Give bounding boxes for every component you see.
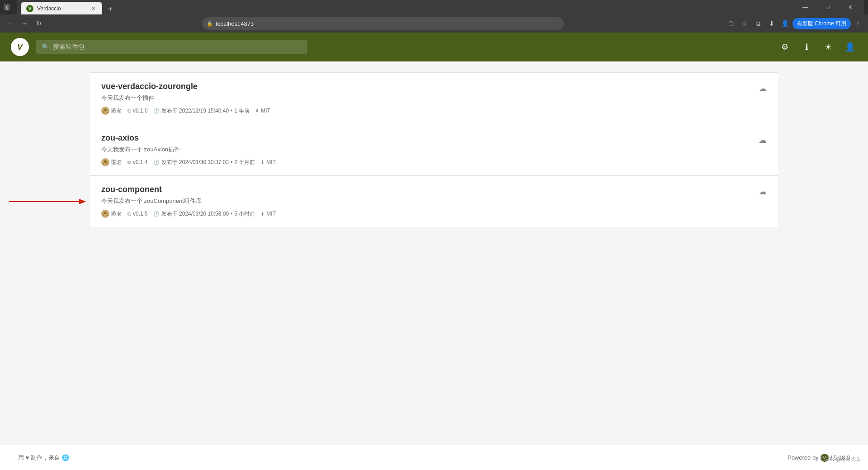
profile-button[interactable]: 👤 xyxy=(779,17,792,30)
bullet-1: • xyxy=(231,108,232,114)
app-header: V 🔍 搜索软件包 ⚙ ℹ ☀ 👤 xyxy=(0,33,868,61)
close-button[interactable]: ✕ xyxy=(840,0,861,15)
minimize-button[interactable]: — xyxy=(795,0,816,15)
search-bar[interactable]: 🔍 搜索软件包 xyxy=(36,40,307,54)
package-meta-2: 匿名 ⧉ v0.1.4 🕐 发布于 2024/01/30 10:37:03 • … xyxy=(101,158,759,166)
browser-tab-list-btn[interactable]: ❮ xyxy=(4,4,10,10)
footer-made-with: 用 ♥ 制作，来自 xyxy=(18,454,60,462)
footer-left: 用 ♥ 制作，来自 🌐 xyxy=(18,454,69,462)
package-info-3: zou-component 今天我发布一个 zouComponent组件库 匿名… xyxy=(101,185,759,218)
bullet-2: • xyxy=(231,159,232,165)
maximize-button[interactable]: □ xyxy=(817,0,838,15)
package-meta-1: 匿名 ⧉ v0.1.0 🕐 发布于 2022/12/19 15:40:40 • … xyxy=(101,107,759,115)
favicon-v: V xyxy=(28,6,31,11)
license-2: ⬇ MIT xyxy=(260,159,276,165)
menu-button[interactable]: ⋮ xyxy=(852,17,864,30)
author-avatar-1 xyxy=(101,107,109,115)
svg-marker-3 xyxy=(79,199,86,204)
new-tab-button[interactable]: + xyxy=(104,3,117,15)
back-button[interactable]: ← xyxy=(4,17,16,30)
version-icon-3: ⧉ xyxy=(127,211,131,217)
bullet-3: • xyxy=(231,211,232,217)
globe-icon: 🌐 xyxy=(62,454,69,461)
license-icon-2: ⬇ xyxy=(260,160,264,165)
package-desc-2: 今天我发布一个 zouAxion插件 xyxy=(101,146,759,154)
download-action-3[interactable]: ☁ xyxy=(759,187,767,197)
license-text-1: MIT xyxy=(261,108,270,114)
author-2: 匿名 xyxy=(101,158,122,166)
license-icon-1: ⬇ xyxy=(255,108,259,114)
tab-close-button[interactable]: ✕ xyxy=(90,5,97,12)
author-name-3: 匿名 xyxy=(111,210,122,218)
download-action-1[interactable]: ☁ xyxy=(759,84,767,94)
publish-text-3: 发布于 2024/03/20 10:58:00 xyxy=(161,210,229,218)
publish-date-1: 🕐 发布于 2022/12/19 15:40:40 • 1 年前 xyxy=(153,107,250,115)
license-icon-3: ⬇ xyxy=(260,211,264,217)
author-1: 匿名 xyxy=(101,107,122,115)
bookmark-button[interactable]: ☆ xyxy=(738,17,751,30)
verdaccio-logo[interactable]: V xyxy=(11,38,29,56)
version-2: ⧉ v0.1.4 xyxy=(127,159,148,165)
version-text-1: v0.1.0 xyxy=(133,108,148,114)
browser-tab[interactable]: V Verdaccio ✕ xyxy=(21,2,102,15)
tab-favicon: V xyxy=(26,5,33,12)
address-text: localhost:4873 xyxy=(216,20,254,27)
author-name-2: 匿名 xyxy=(111,159,122,166)
author-avatar-3 xyxy=(101,210,109,218)
package-desc-3: 今天我发布一个 zouComponent组件库 xyxy=(101,197,759,205)
tab-title: Verdaccio xyxy=(37,5,86,12)
version-3: ⧉ v0.1.5 xyxy=(127,211,148,217)
version-1: ⧉ v0.1.0 xyxy=(127,108,148,114)
search-placeholder-text: 搜索软件包 xyxy=(53,43,85,51)
version-text-2: v0.1.4 xyxy=(133,159,148,165)
clock-icon-1: 🕐 xyxy=(153,108,160,114)
time-ago-3: 5 小时前 xyxy=(234,210,255,218)
package-name-2[interactable]: zou-axios xyxy=(101,133,759,143)
author-avatar-2 xyxy=(101,158,109,166)
version-icon-1: ⧉ xyxy=(127,108,131,114)
time-ago-1: 1 年前 xyxy=(234,107,250,115)
publish-date-3: 🕐 发布于 2024/03/20 10:58:00 • 5 小时前 xyxy=(153,210,255,218)
address-bar[interactable]: 🔒 localhost:4873 xyxy=(202,17,564,30)
package-meta-3: 匿名 ⧉ v0.1.5 🕐 发布于 2024/03/20 10:58:00 • … xyxy=(101,210,759,218)
main-content: vue-verdaccio-zourongle 今天我发布一个插件 匿名 ⧉ xyxy=(0,61,868,445)
version-text-3: v0.1.5 xyxy=(133,211,148,217)
powered-by-label: Powered by xyxy=(788,454,819,461)
package-name-3[interactable]: zou-component xyxy=(101,185,759,194)
lock-icon: 🔒 xyxy=(207,21,213,27)
package-info-2: zou-axios 今天我发布一个 zouAxion插件 匿名 ⧉ xyxy=(101,133,759,166)
theme-button[interactable]: ☀ xyxy=(821,40,835,54)
cast-button[interactable]: ⬡ xyxy=(725,17,737,30)
package-name-1[interactable]: vue-verdaccio-zourongle xyxy=(101,82,759,91)
clock-icon-2: 🕐 xyxy=(153,160,160,165)
author-3: 匿名 xyxy=(101,210,122,218)
package-item-2: zou-axios 今天我发布一个 zouAxion插件 匿名 ⧉ xyxy=(90,124,778,176)
user-button[interactable]: 👤 xyxy=(843,40,857,54)
csdn-watermark: CSDN @哈哈兜乐 xyxy=(821,456,861,463)
download-button[interactable]: ⬇ xyxy=(765,17,778,30)
refresh-button[interactable]: ↻ xyxy=(33,17,45,30)
author-name-1: 匿名 xyxy=(111,107,122,115)
package-desc-1: 今天我发布一个插件 xyxy=(101,94,759,102)
package-item-3: zou-component 今天我发布一个 zouComponent组件库 匿名… xyxy=(90,176,778,227)
chrome-update-button[interactable]: 有新版 Chrome 可用 xyxy=(793,18,851,29)
time-ago-2: 2 个月前 xyxy=(234,159,255,166)
clock-icon-3: 🕐 xyxy=(153,211,160,217)
package-list: vue-verdaccio-zourongle 今天我发布一个插件 匿名 ⧉ xyxy=(90,72,778,227)
publish-text-1: 发布于 2022/12/19 15:40:40 xyxy=(161,107,229,115)
extensions-button[interactable]: ⧉ xyxy=(752,17,764,30)
search-icon: 🔍 xyxy=(42,43,49,51)
publish-date-2: 🕐 发布于 2024/01/30 10:37:03 • 2 个月前 xyxy=(153,159,255,166)
package-item: vue-verdaccio-zourongle 今天我发布一个插件 匿名 ⧉ xyxy=(90,72,778,124)
settings-button[interactable]: ⚙ xyxy=(778,40,792,54)
license-text-2: MIT xyxy=(266,159,276,165)
logo-v: V xyxy=(17,42,23,52)
header-actions: ⚙ ℹ ☀ 👤 xyxy=(778,40,857,54)
license-3: ⬇ MIT xyxy=(260,211,276,217)
package-info-1: vue-verdaccio-zourongle 今天我发布一个插件 匿名 ⧉ xyxy=(101,82,759,115)
license-text-3: MIT xyxy=(266,211,276,217)
download-action-2[interactable]: ☁ xyxy=(759,135,767,145)
info-button[interactable]: ℹ xyxy=(799,40,814,54)
forward-button[interactable]: → xyxy=(18,17,31,30)
license-1: ⬇ MIT xyxy=(255,108,270,114)
